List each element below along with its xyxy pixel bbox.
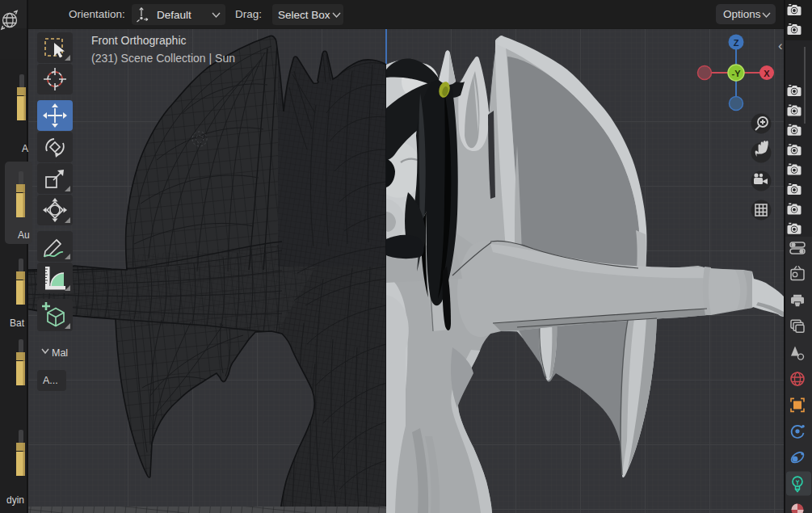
svg-text:Z: Z (734, 38, 739, 48)
svg-text:-Y: -Y (732, 69, 742, 78)
svg-text:Mal: Mal (52, 347, 68, 359)
svg-text:A: A (22, 143, 28, 154)
svg-text:Select Box: Select Box (278, 9, 330, 21)
svg-text:dyin: dyin (6, 494, 24, 506)
svg-text:(231) Scene Collection | Sun: (231) Scene Collection | Sun (91, 52, 235, 65)
svg-text:Options: Options (723, 8, 761, 20)
svg-text:Au: Au (18, 229, 30, 241)
svg-text:Orientation:: Orientation: (69, 8, 125, 20)
svg-text:‹: ‹ (778, 38, 783, 53)
svg-text:Default: Default (157, 9, 191, 21)
svg-text:Front Orthographic: Front Orthographic (91, 34, 187, 47)
svg-text:A...: A... (43, 375, 58, 386)
svg-text:Drag:: Drag: (235, 8, 262, 20)
svg-text:Bat: Bat (10, 317, 25, 329)
svg-text:X: X (764, 69, 770, 78)
